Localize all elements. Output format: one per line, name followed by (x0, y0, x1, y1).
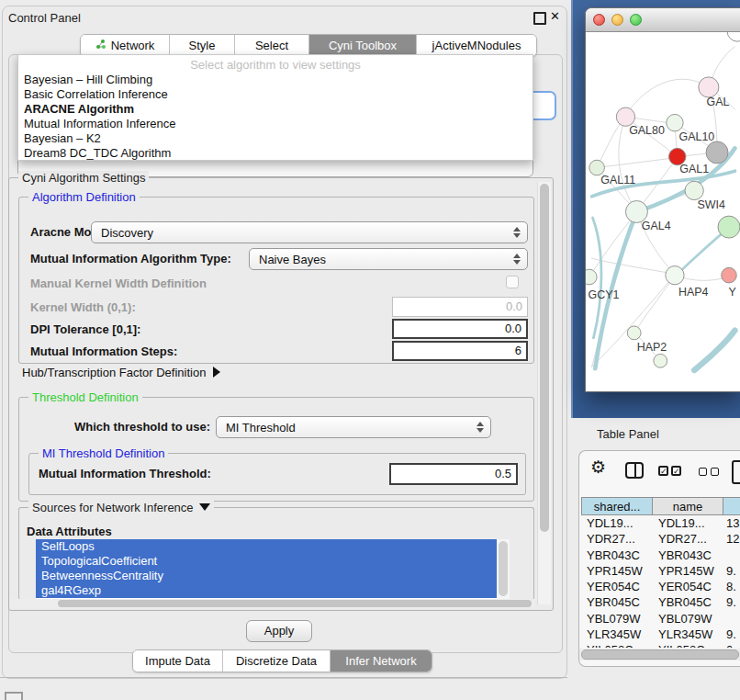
mi-threshold-input[interactable]: 0.5 (389, 463, 518, 485)
tab-label: Network (111, 39, 155, 52)
tab-impute-data[interactable]: Impute Data (133, 650, 223, 672)
table-row[interactable]: YBR045CYBR045C9. (581, 594, 740, 610)
network-edge[interactable] (589, 214, 635, 277)
network-node-gcy1[interactable] (586, 269, 597, 285)
table-row[interactable]: YDL19...YDL19...13 (581, 515, 740, 531)
tab-label: Style (189, 39, 216, 52)
tab-label: Select (255, 39, 288, 52)
table-panel: ⚙ ✓ ✓ shared...nameA YDL19...YDL19...13Y… (578, 450, 740, 667)
table-cell: YDL19... (587, 515, 633, 531)
node-label: GAL11 (600, 174, 635, 186)
table-cell: 9. (726, 627, 736, 642)
attributes-scrollbar[interactable] (497, 539, 510, 600)
dpi-tolerance-input[interactable]: 0.0 (392, 319, 528, 339)
hub-definition-toggle[interactable]: Hub/Transcription Factor Definition (22, 366, 220, 379)
table-row[interactable]: YDR27...YDR27...12 (581, 531, 740, 547)
table-cell: YPR145W (658, 563, 714, 579)
network-node-hap2[interactable] (627, 326, 641, 340)
network-node-gal[interactable] (699, 77, 719, 97)
panel-bottom-divider (0, 677, 567, 678)
table-row[interactable]: YER054CYER054C8. (581, 579, 740, 594)
table-rows: YDL19...YDL19...13YDR27...YDR27...12YBR0… (579, 451, 740, 666)
attribute-item[interactable]: BetweennessCentrality (36, 569, 497, 583)
mi-threshold-label: Mutual Information Threshold: (39, 467, 211, 480)
manual-kernel-checkbox[interactable] (506, 276, 519, 288)
network-node-swi4[interactable] (685, 181, 703, 199)
network-edge[interactable] (624, 79, 710, 119)
network-edge[interactable] (636, 276, 675, 332)
table-row[interactable]: YBL079WYBL079W (581, 611, 740, 627)
close-panel-icon[interactable]: ✕ (550, 9, 560, 23)
network-node[interactable] (706, 141, 728, 164)
menu-item[interactable]: Bayesian – K2 (18, 131, 533, 146)
menu-item[interactable]: Basic Correlation Inference (18, 87, 533, 102)
table-cell: 8. (726, 579, 736, 594)
table-cell: YBR043C (587, 548, 640, 563)
node-label: GAL1 (679, 163, 709, 175)
tab-infer-network[interactable]: Infer Network (331, 650, 432, 672)
window-zoom-button[interactable] (630, 14, 642, 26)
table-cell: YBL079W (658, 611, 712, 627)
attr-items: SelfLoopsTopologicalCoefficientBetweenne… (36, 539, 497, 598)
table-cell: YIL052C (658, 642, 705, 648)
aracne-mode-combo[interactable]: Discovery (91, 221, 528, 243)
tab-jactivemnodules[interactable]: jActiveMNodules (417, 35, 536, 56)
window-minimize-button[interactable] (611, 14, 623, 26)
data-attributes-label: Data Attributes (27, 525, 112, 538)
float-panel-icon[interactable] (533, 12, 546, 25)
hub-definition-label: Hub/Transcription Factor Definition (22, 366, 206, 379)
node-label: GAL4 (642, 220, 671, 232)
table-cell: YER054C (587, 579, 640, 594)
network-node-gal10[interactable] (667, 114, 683, 130)
node-label: GAL10 (679, 130, 715, 143)
network-canvas[interactable]: GALGAL80GAL10GAL1GAL11SWI4GAL4GCY1HAP4YH… (586, 32, 740, 391)
network-node[interactable] (718, 216, 740, 238)
which-threshold-label: Which threshold to use: (74, 420, 210, 434)
manual-kernel-label: Manual Kernel Width Definition (30, 277, 207, 290)
network-node-y[interactable] (722, 267, 737, 283)
settings-group-title: Cyni Algorithm Settings (18, 171, 149, 185)
network-edge[interactable] (597, 118, 624, 167)
table-horizontal-scrollbar[interactable] (579, 649, 740, 660)
dropdown-hint: Select algorithm to view settings (18, 58, 533, 72)
attribute-item[interactable]: TopologicalCoefficient (36, 554, 497, 569)
network-edge[interactable] (592, 258, 673, 274)
network-node[interactable] (654, 354, 667, 367)
table-cell: YLR345W (587, 627, 641, 642)
tab-cyni-toolbox[interactable]: Cyni Toolbox (309, 35, 417, 56)
menu-item[interactable]: Bayesian – Hill Climbing (18, 73, 533, 87)
settings-horizontal-scrollbar[interactable] (10, 599, 535, 608)
menu-item[interactable]: Mutual Information Inference (18, 117, 533, 131)
table-row[interactable]: YLR345WYLR345W9. (581, 627, 740, 642)
which-threshold-combo[interactable]: MI Threshold (216, 416, 491, 438)
table-cell: YBR043C (658, 548, 712, 563)
tab-select[interactable]: Select (235, 35, 309, 56)
table-row[interactable]: YBR043CYBR043C (581, 548, 740, 563)
control-panel: Control Panel ✕ NetworkStyleSelectCyni T… (2, 6, 567, 679)
window-close-button[interactable] (593, 14, 605, 26)
table-row[interactable]: YPR145WYPR145W9. (581, 563, 740, 579)
tab-network[interactable]: Network (81, 35, 170, 56)
menu-item[interactable]: ARACNE Algorithm (18, 102, 533, 117)
network-edge[interactable] (694, 331, 734, 370)
mi-type-combo[interactable]: Naive Bayes (249, 248, 528, 270)
tab-discretize-data[interactable]: Discretize Data (223, 650, 331, 672)
network-node[interactable] (727, 32, 740, 41)
table-cell: YBR045C (587, 594, 640, 610)
threshold-definition-title: Threshold Definition (28, 390, 142, 404)
collapsed-panel-tab[interactable] (5, 692, 23, 700)
tab-label: Discretize Data (236, 654, 317, 668)
which-threshold-value: MI Threshold (226, 421, 296, 435)
apply-button[interactable]: Apply (246, 620, 312, 642)
settings-vertical-scrollbar[interactable] (537, 182, 551, 604)
network-node-hap4[interactable] (666, 266, 684, 285)
table-row[interactable]: YIL052CYIL052C0 (581, 642, 740, 648)
kernel-width-input[interactable]: 0.0 (392, 297, 528, 317)
attribute-item[interactable]: SelfLoops (36, 539, 497, 554)
attribute-item[interactable]: gal4RGexp (36, 583, 497, 598)
tab-style[interactable]: Style (170, 35, 235, 56)
menu-item[interactable]: Dream8 DC_TDC Algorithm (18, 146, 533, 161)
mi-steps-input[interactable]: 6 (392, 341, 528, 361)
network-window-titlebar[interactable] (586, 8, 740, 32)
network-edge[interactable] (597, 157, 678, 167)
